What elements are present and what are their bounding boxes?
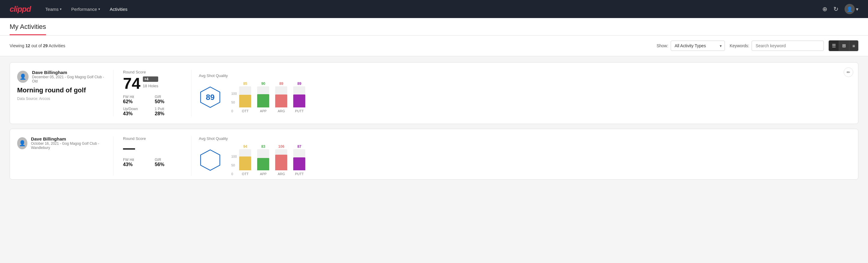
bar-fill-putt [293, 94, 305, 108]
bar-label-ott: OTT [242, 109, 248, 113]
nav-item-activities[interactable]: Activities [110, 5, 127, 13]
bar-fill-arg [275, 155, 287, 170]
bar-putt: 87 PUTT [293, 144, 305, 176]
activity-type-select[interactable]: All Activity Types [671, 40, 725, 51]
keywords-label: Keywords: [730, 43, 749, 48]
avatar: 👤 [17, 71, 29, 83]
hexagon-wrapper [199, 149, 222, 172]
user-date: December 05, 2021 - Gog Magog Golf Club … [32, 75, 106, 83]
user-name: Dave Billingham [31, 136, 106, 141]
bar-label-putt: PUTT [295, 109, 304, 113]
nav-item-teams[interactable]: Teams ▾ [45, 5, 62, 13]
avatar: 👤 [844, 4, 855, 14]
bar-arg: 106 ARG [275, 144, 287, 176]
score-badge: +4 [143, 77, 158, 82]
hexagon: 89 [199, 86, 222, 109]
user-date: October 16, 2021 - Gog Magog Golf Club -… [31, 141, 106, 150]
edit-icon: ✏ [847, 70, 850, 75]
user-name: Dave Billingham [32, 70, 106, 75]
bar-track-ott [239, 149, 251, 170]
bar-putt: 89 PUTT [293, 82, 305, 113]
bar-fill-arg [275, 94, 287, 108]
list-view-button[interactable]: ☰ [829, 40, 839, 51]
y-axis: 100 50 0 [231, 92, 237, 113]
list-view-icon: ☰ [832, 43, 836, 49]
activity-card: ✏ 👤 Dave Billingham December 05, 2021 - … [10, 62, 858, 124]
chevron-down-icon: ▾ [60, 7, 62, 11]
edit-button[interactable]: ✏ [844, 67, 853, 77]
round-score-label: Round Score [123, 136, 182, 141]
chevron-down-icon: ▾ [98, 7, 100, 11]
grid-view-button[interactable]: ⊞ [839, 40, 849, 51]
refresh-icon[interactable]: ↻ [833, 5, 839, 12]
stat-fw-hit: FW Hit 62% [123, 95, 150, 105]
bar-value-ott: 85 [243, 82, 247, 86]
bar-track-app [257, 86, 269, 108]
bar-track-putt [293, 86, 305, 108]
nav-label-activities: Activities [110, 7, 127, 12]
user-row: 👤 Dave Billingham December 05, 2021 - Go… [17, 70, 106, 83]
stat-gir: GIR 56% [155, 158, 182, 167]
bar-label-ott: OTT [242, 172, 248, 176]
user-avatar-menu[interactable]: 👤 ▾ [844, 4, 858, 14]
stat-fw-hit: FW Hit 43% [123, 158, 150, 167]
round-score-row: — [123, 142, 182, 154]
bar-track-putt [293, 149, 305, 170]
score-holes: 18 Holes [143, 84, 158, 88]
bar-track-arg [275, 86, 287, 108]
bars-container: 94 OTT 83 APP [239, 144, 305, 176]
main-content: ✏ 👤 Dave Billingham December 05, 2021 - … [0, 56, 868, 191]
stat-updown: Up/Down 43% [123, 107, 150, 116]
card-stats: Round Score — FW Hit 43% GIR 56% [114, 136, 192, 176]
shot-quality-label: Avg Shot Quality [199, 74, 844, 78]
bar-label-app: APP [260, 172, 267, 176]
page-title: My Activities [10, 23, 46, 35]
stat-1putt: 1 Putt 28% [155, 107, 182, 116]
bar-label-arg: ARG [278, 172, 285, 176]
filter-bar: Viewing 12 out of 29 Activities Show: Al… [0, 35, 868, 56]
bar-track-app [257, 149, 269, 170]
show-label: Show: [657, 43, 668, 48]
card-left: 👤 Dave Billingham October 16, 2021 - Gog… [17, 136, 114, 176]
round-score-label: Round Score [123, 70, 182, 74]
hexagon [199, 149, 222, 172]
search-input[interactable] [752, 40, 824, 51]
activity-card: 👤 Dave Billingham October 16, 2021 - Gog… [10, 129, 858, 180]
bar-value-app: 83 [261, 144, 265, 149]
navbar: clippd Teams ▾ Performance ▾ Activities … [0, 0, 868, 18]
shot-quality-label: Avg Shot Quality [199, 136, 844, 141]
chevron-down-icon: ▾ [856, 6, 858, 12]
bar-label-app: APP [260, 109, 267, 113]
bar-fill-ott [239, 95, 251, 108]
user-row: 👤 Dave Billingham October 16, 2021 - Gog… [17, 136, 106, 150]
bar-app: 90 APP [257, 82, 269, 113]
bars-container: 85 OTT 90 [239, 82, 305, 113]
hexagon-svg [199, 149, 222, 172]
activity-title: Morning round of golf [17, 86, 106, 94]
add-icon[interactable]: ⊕ [822, 5, 828, 12]
bar-value-putt: 89 [298, 82, 301, 86]
nav-item-performance[interactable]: Performance ▾ [71, 5, 100, 13]
navbar-right: ⊕ ↻ 👤 ▾ [822, 4, 858, 14]
bar-fill-app [257, 158, 269, 170]
card-quality: Avg Shot Quality 89 1 [192, 70, 851, 116]
bar-label-putt: PUTT [295, 172, 304, 176]
bar-fill-putt [293, 157, 305, 170]
app-logo[interactable]: clippd [10, 4, 31, 14]
round-score-value: — [123, 142, 135, 154]
nav-label-performance: Performance [71, 7, 97, 12]
bar-ott: 94 OTT [239, 144, 251, 176]
round-score-row: 74 +4 18 Holes [123, 76, 182, 91]
page-header: My Activities [0, 18, 868, 35]
bar-arg: 89 ARG [275, 82, 287, 113]
data-source: Data Source: Arccos [17, 96, 106, 101]
bar-app: 83 APP [257, 144, 269, 176]
sub-stats: FW Hit 43% GIR 56% [123, 158, 182, 167]
grid-view-icon: ⊞ [842, 43, 846, 49]
compact-view-button[interactable]: ≡ [849, 40, 858, 51]
show-filter-group: Show: All Activity Types [657, 40, 725, 51]
stat-gir: GIR 50% [155, 95, 182, 105]
bar-ott: 85 OTT [239, 82, 251, 113]
bar-chart: 100 50 0 85 OTT [231, 82, 305, 113]
round-score-value: 74 [123, 76, 141, 91]
